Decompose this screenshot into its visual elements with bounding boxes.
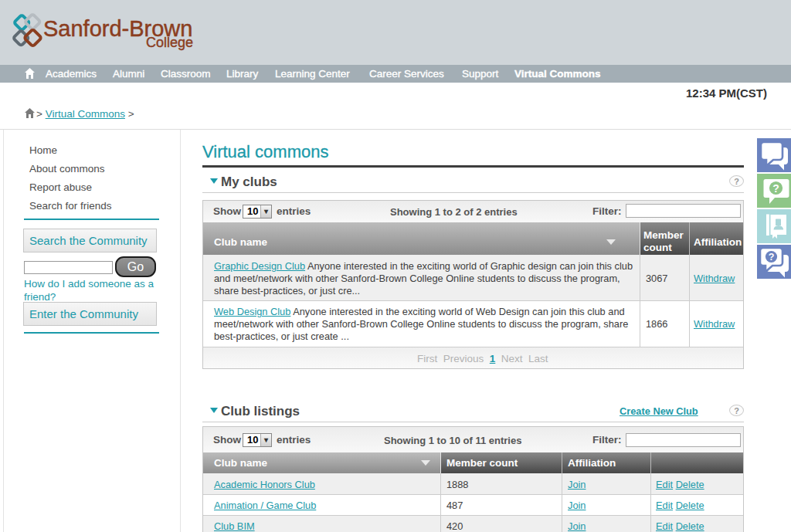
svg-text:?: ? bbox=[769, 252, 775, 263]
svg-text:?: ? bbox=[772, 182, 779, 195]
